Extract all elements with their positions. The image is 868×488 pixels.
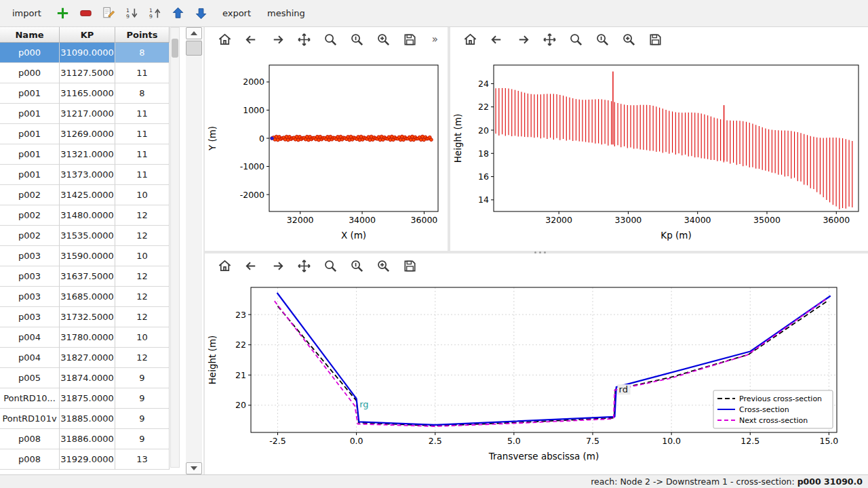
table-row[interactable]: p00131321.000011 <box>0 144 170 165</box>
home-button[interactable] <box>216 257 233 274</box>
table-header: Name KP Points <box>0 27 170 43</box>
table-cell: 12 <box>115 226 170 246</box>
home-icon <box>462 32 478 47</box>
configure-subplots-button[interactable] <box>348 30 366 48</box>
pan-button[interactable] <box>295 257 313 274</box>
table-row[interactable]: p00131217.000011 <box>0 104 170 124</box>
zoom-button[interactable] <box>321 30 339 48</box>
cross-section-table-body: p00031090.00008p00031127.500011p00131165… <box>0 43 170 470</box>
cross-sections-table: Name KP Points p00031090.00008p00031127.… <box>0 27 170 470</box>
import-button[interactable]: import <box>8 5 45 21</box>
table-row[interactable]: p00431780.000010 <box>0 327 170 348</box>
cross-section-plot[interactable]: rgrd-2.50.02.55.07.510.012.515.020212223… <box>205 278 868 474</box>
table-row[interactable]: p00131165.00008 <box>0 83 170 104</box>
table-scrollbar[interactable] <box>170 27 180 468</box>
sort-descending-icon: 19 <box>124 5 140 21</box>
edit-axes-button[interactable] <box>620 30 637 48</box>
move-up-button[interactable] <box>169 4 187 22</box>
export-button[interactable]: export <box>218 5 255 21</box>
table-row[interactable]: p00231425.000010 <box>0 185 170 205</box>
move-down-button[interactable] <box>192 4 210 22</box>
table-cell: 31637.5000 <box>60 266 115 287</box>
table-row[interactable]: p00531874.00009 <box>0 368 170 388</box>
zoom-button[interactable] <box>321 257 339 274</box>
meshing-button[interactable]: meshing <box>263 5 309 21</box>
table-row[interactable]: p00831929.000013 <box>0 449 170 470</box>
table-scrollbar-thumb[interactable] <box>172 39 178 58</box>
save-button[interactable] <box>401 30 418 48</box>
toolbar-extension-button[interactable]: » <box>429 33 441 45</box>
sort-descending-button[interactable]: 19 <box>123 4 141 22</box>
table-row[interactable]: p00331637.500012 <box>0 266 170 287</box>
pan-button[interactable] <box>295 30 313 48</box>
table-row[interactable]: p00031090.00008 <box>0 43 170 63</box>
edit-axes-button[interactable] <box>374 257 392 274</box>
forward-button[interactable] <box>514 30 532 48</box>
table-row[interactable]: p00431827.000012 <box>0 348 170 368</box>
edit-button[interactable] <box>100 4 118 22</box>
table-row[interactable]: p00331685.000012 <box>0 287 170 307</box>
table-row[interactable]: p00331590.000010 <box>0 246 170 266</box>
main-toolbar-icon-group: 1919 <box>54 4 210 22</box>
svg-text:Previous cross-section: Previous cross-section <box>739 394 822 403</box>
edit-axes-button[interactable] <box>374 30 392 48</box>
svg-text:33000: 33000 <box>615 215 642 225</box>
table-cell: 31780.0000 <box>60 327 115 348</box>
scroll-down-button[interactable] <box>186 462 202 474</box>
table-row[interactable]: PontRD101v31885.00009 <box>0 409 170 429</box>
main-toolbar: import 1919 export meshing <box>0 0 868 27</box>
forward-button[interactable] <box>269 30 286 48</box>
zoom-button[interactable] <box>567 30 585 48</box>
table-row[interactable]: PontRD10...31875.00009 <box>0 388 170 409</box>
table-cell: p008 <box>0 449 60 470</box>
back-button[interactable] <box>242 30 260 48</box>
table-cell: 12 <box>115 287 170 307</box>
pan-icon <box>542 32 557 47</box>
table-row[interactable]: p00231480.000012 <box>0 205 170 226</box>
add-button[interactable] <box>54 4 72 22</box>
back-button[interactable] <box>488 30 505 48</box>
sort-ascending-button[interactable]: 19 <box>146 4 164 22</box>
svg-text:22: 22 <box>235 340 246 350</box>
table-cell: 13 <box>115 449 170 470</box>
table-row[interactable]: p00031127.500011 <box>0 63 170 83</box>
cross-section-panel: rgrd-2.50.02.55.07.510.012.515.020212223… <box>205 253 868 474</box>
home-button[interactable] <box>461 30 479 48</box>
panel-scrollbar[interactable] <box>186 27 202 474</box>
profile-plot[interactable]: 3200033000340003500036000141618202224Kp … <box>450 52 868 251</box>
remove-button[interactable] <box>77 4 95 22</box>
svg-text:-1000: -1000 <box>240 161 264 171</box>
table-row[interactable]: p00831886.00009 <box>0 429 170 449</box>
svg-text:35000: 35000 <box>753 215 781 225</box>
panel-scrollbar-thumb[interactable] <box>186 41 202 56</box>
column-header-kp[interactable]: KP <box>60 27 115 42</box>
back-button[interactable] <box>242 257 260 274</box>
zoom-icon <box>323 32 338 47</box>
splitter-handle[interactable] <box>534 250 546 254</box>
save-button[interactable] <box>646 30 664 48</box>
panel-scrollbar-track[interactable] <box>186 57 202 462</box>
plan-view-toolbar-icons <box>216 30 418 48</box>
configure-subplots-button[interactable] <box>348 257 366 274</box>
svg-text:Cross-section: Cross-section <box>739 405 789 414</box>
forward-icon <box>515 32 531 47</box>
plan-view-plot[interactable]: 320003400036000-2000-1000010002000X (m)Y… <box>205 52 448 251</box>
column-header-points[interactable]: Points <box>115 27 170 42</box>
save-button[interactable] <box>401 257 418 274</box>
configure-subplots-button[interactable] <box>593 30 611 48</box>
table-row[interactable]: p00131269.000011 <box>0 124 170 144</box>
table-row[interactable]: p00131373.000011 <box>0 165 170 185</box>
forward-button[interactable] <box>269 257 286 274</box>
table-cell: 31875.0000 <box>60 388 115 409</box>
column-header-name[interactable]: Name <box>0 27 60 42</box>
table-row[interactable]: p00231535.000012 <box>0 226 170 246</box>
table-row[interactable]: p00331732.500012 <box>0 307 170 327</box>
table-cell: p004 <box>0 327 60 348</box>
table-cell: 31885.0000 <box>60 409 115 429</box>
scroll-up-button[interactable] <box>186 27 202 39</box>
svg-text:-2.5: -2.5 <box>269 436 285 446</box>
home-button[interactable] <box>216 30 233 48</box>
zoom-icon <box>568 32 584 47</box>
svg-text:20: 20 <box>478 125 489 136</box>
pan-button[interactable] <box>540 30 558 48</box>
